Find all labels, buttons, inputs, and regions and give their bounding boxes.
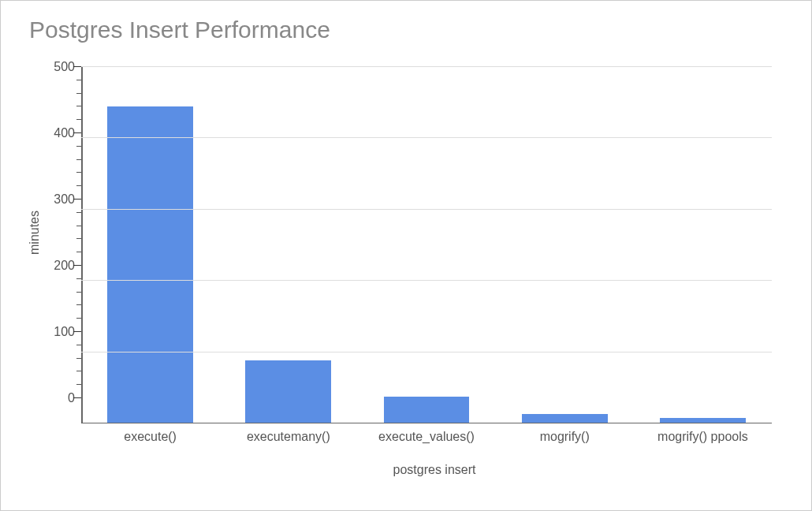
major-tick <box>73 265 81 267</box>
x-tick-label: execute() <box>81 430 219 444</box>
gridline <box>81 66 772 67</box>
y-tick-label: 400 <box>54 126 75 140</box>
major-tick <box>73 199 81 200</box>
plot-wrap: minutes 0100200300400500 execute()execut… <box>24 51 788 477</box>
bars-group <box>81 67 772 423</box>
chart-title: Postgres Insert Performance <box>29 17 788 43</box>
gridline <box>81 209 772 210</box>
plot-area <box>81 67 772 423</box>
chart-container: Postgres Insert Performance minutes 0100… <box>1 1 811 510</box>
major-tick <box>73 397 81 399</box>
y-tick-label: 0 <box>68 391 75 405</box>
x-tick-label: executemany() <box>219 430 357 444</box>
plot-column: execute()executemany()execute_values()mo… <box>81 51 788 477</box>
x-tick-label: mogrify() <box>496 430 634 444</box>
y-axis-label: minutes <box>24 67 42 398</box>
bar-slot <box>81 67 219 423</box>
bar-slot <box>219 67 357 423</box>
bar <box>245 360 331 423</box>
bar-slot <box>634 67 772 423</box>
x-tick-label: mogrify() ppools <box>634 430 772 444</box>
gridline <box>81 137 772 138</box>
bar-slot <box>357 67 495 423</box>
y-tick-label: 500 <box>54 60 75 74</box>
y-ticks: 0100200300400500 <box>42 67 81 398</box>
gridline <box>81 423 772 424</box>
x-tick-label: execute_values() <box>357 430 495 444</box>
major-tick <box>73 331 81 333</box>
gridline <box>81 280 772 281</box>
gridline <box>81 352 772 352</box>
y-tick-label: 200 <box>54 259 75 273</box>
bar-slot <box>496 67 634 423</box>
major-tick <box>73 132 81 134</box>
y-tick-label: 100 <box>54 325 75 339</box>
y-tick-label: 300 <box>54 192 75 207</box>
x-axis-label: postgres insert <box>81 463 788 477</box>
x-labels: execute()executemany()execute_values()mo… <box>81 430 772 444</box>
bar <box>384 397 470 423</box>
major-tick <box>73 66 81 68</box>
bar <box>107 106 193 423</box>
